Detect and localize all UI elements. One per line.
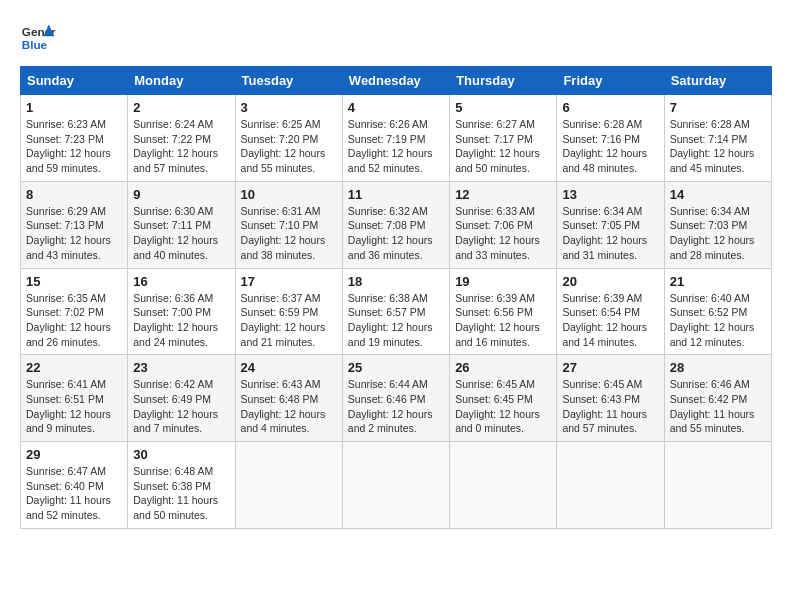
calendar-cell: 3Sunrise: 6:25 AM Sunset: 7:20 PM Daylig… [235,95,342,182]
day-number: 11 [348,187,444,202]
weekday-header-friday: Friday [557,67,664,95]
day-info: Sunrise: 6:38 AM Sunset: 6:57 PM Dayligh… [348,291,444,350]
day-info: Sunrise: 6:28 AM Sunset: 7:14 PM Dayligh… [670,117,766,176]
weekday-header-wednesday: Wednesday [342,67,449,95]
logo-icon: General Blue [20,20,56,56]
calendar-week-row-2: 8Sunrise: 6:29 AM Sunset: 7:13 PM Daylig… [21,181,772,268]
weekday-header-sunday: Sunday [21,67,128,95]
day-info: Sunrise: 6:37 AM Sunset: 6:59 PM Dayligh… [241,291,337,350]
calendar-table: SundayMondayTuesdayWednesdayThursdayFrid… [20,66,772,529]
day-info: Sunrise: 6:24 AM Sunset: 7:22 PM Dayligh… [133,117,229,176]
day-info: Sunrise: 6:34 AM Sunset: 7:03 PM Dayligh… [670,204,766,263]
calendar-cell [450,442,557,529]
day-info: Sunrise: 6:40 AM Sunset: 6:52 PM Dayligh… [670,291,766,350]
day-number: 3 [241,100,337,115]
calendar-cell: 18Sunrise: 6:38 AM Sunset: 6:57 PM Dayli… [342,268,449,355]
day-info: Sunrise: 6:46 AM Sunset: 6:42 PM Dayligh… [670,377,766,436]
day-number: 10 [241,187,337,202]
calendar-cell: 27Sunrise: 6:45 AM Sunset: 6:43 PM Dayli… [557,355,664,442]
day-number: 24 [241,360,337,375]
calendar-week-row-3: 15Sunrise: 6:35 AM Sunset: 7:02 PM Dayli… [21,268,772,355]
day-info: Sunrise: 6:29 AM Sunset: 7:13 PM Dayligh… [26,204,122,263]
calendar-cell: 15Sunrise: 6:35 AM Sunset: 7:02 PM Dayli… [21,268,128,355]
day-info: Sunrise: 6:31 AM Sunset: 7:10 PM Dayligh… [241,204,337,263]
day-number: 19 [455,274,551,289]
calendar-cell: 25Sunrise: 6:44 AM Sunset: 6:46 PM Dayli… [342,355,449,442]
day-number: 15 [26,274,122,289]
calendar-cell: 7Sunrise: 6:28 AM Sunset: 7:14 PM Daylig… [664,95,771,182]
day-info: Sunrise: 6:43 AM Sunset: 6:48 PM Dayligh… [241,377,337,436]
day-info: Sunrise: 6:25 AM Sunset: 7:20 PM Dayligh… [241,117,337,176]
day-number: 2 [133,100,229,115]
day-info: Sunrise: 6:44 AM Sunset: 6:46 PM Dayligh… [348,377,444,436]
day-number: 18 [348,274,444,289]
calendar-cell: 20Sunrise: 6:39 AM Sunset: 6:54 PM Dayli… [557,268,664,355]
day-info: Sunrise: 6:39 AM Sunset: 6:54 PM Dayligh… [562,291,658,350]
calendar-cell: 13Sunrise: 6:34 AM Sunset: 7:05 PM Dayli… [557,181,664,268]
calendar-week-row-5: 29Sunrise: 6:47 AM Sunset: 6:40 PM Dayli… [21,442,772,529]
day-number: 22 [26,360,122,375]
day-number: 1 [26,100,122,115]
day-number: 7 [670,100,766,115]
day-info: Sunrise: 6:26 AM Sunset: 7:19 PM Dayligh… [348,117,444,176]
svg-text:Blue: Blue [22,38,48,51]
weekday-header-monday: Monday [128,67,235,95]
day-info: Sunrise: 6:28 AM Sunset: 7:16 PM Dayligh… [562,117,658,176]
calendar-cell: 1Sunrise: 6:23 AM Sunset: 7:23 PM Daylig… [21,95,128,182]
calendar-cell [342,442,449,529]
day-number: 30 [133,447,229,462]
day-number: 27 [562,360,658,375]
day-info: Sunrise: 6:47 AM Sunset: 6:40 PM Dayligh… [26,464,122,523]
day-info: Sunrise: 6:32 AM Sunset: 7:08 PM Dayligh… [348,204,444,263]
day-number: 16 [133,274,229,289]
calendar-cell: 30Sunrise: 6:48 AM Sunset: 6:38 PM Dayli… [128,442,235,529]
calendar-cell: 19Sunrise: 6:39 AM Sunset: 6:56 PM Dayli… [450,268,557,355]
day-info: Sunrise: 6:35 AM Sunset: 7:02 PM Dayligh… [26,291,122,350]
day-number: 26 [455,360,551,375]
calendar-cell: 8Sunrise: 6:29 AM Sunset: 7:13 PM Daylig… [21,181,128,268]
calendar-cell: 2Sunrise: 6:24 AM Sunset: 7:22 PM Daylig… [128,95,235,182]
weekday-header-row: SundayMondayTuesdayWednesdayThursdayFrid… [21,67,772,95]
weekday-header-saturday: Saturday [664,67,771,95]
day-number: 4 [348,100,444,115]
weekday-header-tuesday: Tuesday [235,67,342,95]
calendar-cell: 9Sunrise: 6:30 AM Sunset: 7:11 PM Daylig… [128,181,235,268]
day-number: 6 [562,100,658,115]
calendar-cell: 5Sunrise: 6:27 AM Sunset: 7:17 PM Daylig… [450,95,557,182]
calendar-cell: 23Sunrise: 6:42 AM Sunset: 6:49 PM Dayli… [128,355,235,442]
calendar-cell: 12Sunrise: 6:33 AM Sunset: 7:06 PM Dayli… [450,181,557,268]
day-info: Sunrise: 6:48 AM Sunset: 6:38 PM Dayligh… [133,464,229,523]
calendar-cell [664,442,771,529]
logo: General Blue [20,20,56,56]
day-info: Sunrise: 6:41 AM Sunset: 6:51 PM Dayligh… [26,377,122,436]
day-number: 29 [26,447,122,462]
day-info: Sunrise: 6:34 AM Sunset: 7:05 PM Dayligh… [562,204,658,263]
calendar-cell [235,442,342,529]
calendar-cell: 6Sunrise: 6:28 AM Sunset: 7:16 PM Daylig… [557,95,664,182]
day-info: Sunrise: 6:33 AM Sunset: 7:06 PM Dayligh… [455,204,551,263]
calendar-cell: 22Sunrise: 6:41 AM Sunset: 6:51 PM Dayli… [21,355,128,442]
day-info: Sunrise: 6:39 AM Sunset: 6:56 PM Dayligh… [455,291,551,350]
calendar-cell: 17Sunrise: 6:37 AM Sunset: 6:59 PM Dayli… [235,268,342,355]
day-info: Sunrise: 6:45 AM Sunset: 6:43 PM Dayligh… [562,377,658,436]
calendar-week-row-4: 22Sunrise: 6:41 AM Sunset: 6:51 PM Dayli… [21,355,772,442]
day-number: 14 [670,187,766,202]
calendar-cell: 11Sunrise: 6:32 AM Sunset: 7:08 PM Dayli… [342,181,449,268]
weekday-header-thursday: Thursday [450,67,557,95]
day-info: Sunrise: 6:30 AM Sunset: 7:11 PM Dayligh… [133,204,229,263]
calendar-week-row-1: 1Sunrise: 6:23 AM Sunset: 7:23 PM Daylig… [21,95,772,182]
day-number: 5 [455,100,551,115]
day-number: 12 [455,187,551,202]
day-info: Sunrise: 6:36 AM Sunset: 7:00 PM Dayligh… [133,291,229,350]
calendar-cell: 21Sunrise: 6:40 AM Sunset: 6:52 PM Dayli… [664,268,771,355]
calendar-cell: 29Sunrise: 6:47 AM Sunset: 6:40 PM Dayli… [21,442,128,529]
calendar-cell: 16Sunrise: 6:36 AM Sunset: 7:00 PM Dayli… [128,268,235,355]
calendar-cell: 10Sunrise: 6:31 AM Sunset: 7:10 PM Dayli… [235,181,342,268]
calendar-cell: 26Sunrise: 6:45 AM Sunset: 6:45 PM Dayli… [450,355,557,442]
day-info: Sunrise: 6:45 AM Sunset: 6:45 PM Dayligh… [455,377,551,436]
day-number: 9 [133,187,229,202]
day-number: 28 [670,360,766,375]
calendar-cell [557,442,664,529]
day-number: 8 [26,187,122,202]
day-number: 23 [133,360,229,375]
